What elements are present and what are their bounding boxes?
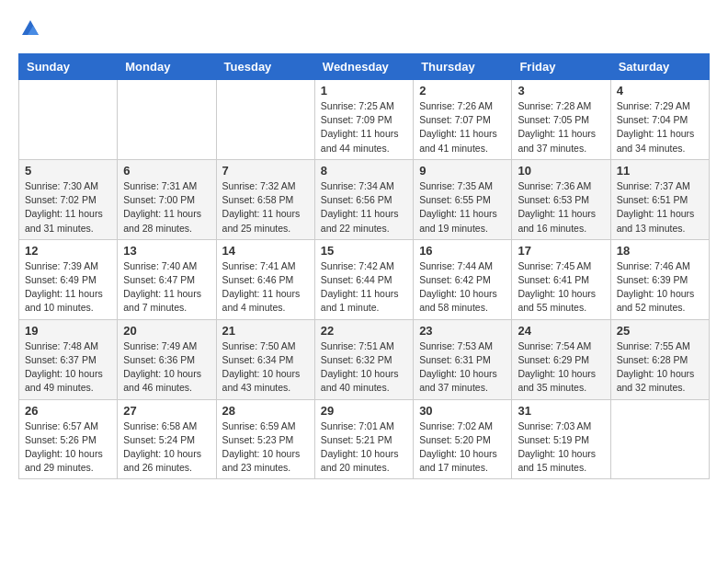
day-info: Sunrise: 7:26 AM Sunset: 7:07 PM Dayligh… xyxy=(419,99,506,155)
day-info: Sunrise: 7:31 AM Sunset: 7:00 PM Dayligh… xyxy=(123,179,210,236)
calendar-cell: 18Sunrise: 7:46 AM Sunset: 6:39 PM Dayli… xyxy=(610,239,709,319)
day-of-week-header: Tuesday xyxy=(216,54,314,80)
day-number: 17 xyxy=(518,244,604,258)
calendar-cell: 14Sunrise: 7:41 AM Sunset: 6:46 PM Dayli… xyxy=(216,239,314,319)
day-info: Sunrise: 7:45 AM Sunset: 6:41 PM Dayligh… xyxy=(518,259,604,316)
calendar-cell: 26Sunrise: 6:57 AM Sunset: 5:26 PM Dayli… xyxy=(19,399,118,479)
day-info: Sunrise: 6:59 AM Sunset: 5:23 PM Dayligh… xyxy=(222,419,309,476)
calendar-header-row: SundayMondayTuesdayWednesdayThursdayFrid… xyxy=(19,54,710,80)
day-of-week-header: Friday xyxy=(512,54,610,80)
day-info: Sunrise: 7:53 AM Sunset: 6:31 PM Dayligh… xyxy=(419,339,506,396)
calendar-cell: 17Sunrise: 7:45 AM Sunset: 6:41 PM Dayli… xyxy=(512,239,610,319)
day-info: Sunrise: 7:37 AM Sunset: 6:51 PM Dayligh… xyxy=(617,179,703,236)
day-number: 27 xyxy=(123,404,210,418)
calendar-cell xyxy=(610,399,709,479)
day-number: 28 xyxy=(222,404,309,418)
day-info: Sunrise: 7:44 AM Sunset: 6:42 PM Dayligh… xyxy=(419,259,506,316)
calendar-cell xyxy=(216,80,314,160)
day-number: 22 xyxy=(321,324,407,338)
day-number: 3 xyxy=(518,84,604,98)
day-info: Sunrise: 7:02 AM Sunset: 5:20 PM Dayligh… xyxy=(419,419,506,476)
day-info: Sunrise: 6:57 AM Sunset: 5:26 PM Dayligh… xyxy=(25,419,111,476)
calendar-cell: 29Sunrise: 7:01 AM Sunset: 5:21 PM Dayli… xyxy=(314,399,413,479)
calendar-cell: 19Sunrise: 7:48 AM Sunset: 6:37 PM Dayli… xyxy=(19,319,118,399)
calendar-cell: 11Sunrise: 7:37 AM Sunset: 6:51 PM Dayli… xyxy=(610,159,709,239)
calendar-cell: 16Sunrise: 7:44 AM Sunset: 6:42 PM Dayli… xyxy=(414,239,512,319)
day-info: Sunrise: 7:39 AM Sunset: 6:49 PM Dayligh… xyxy=(25,259,111,316)
day-number: 30 xyxy=(419,404,506,418)
calendar-cell: 27Sunrise: 6:58 AM Sunset: 5:24 PM Dayli… xyxy=(118,399,216,479)
calendar-cell: 13Sunrise: 7:40 AM Sunset: 6:47 PM Dayli… xyxy=(118,239,216,319)
calendar-week-row: 5Sunrise: 7:30 AM Sunset: 7:02 PM Daylig… xyxy=(19,159,710,239)
day-info: Sunrise: 7:42 AM Sunset: 6:44 PM Dayligh… xyxy=(321,259,407,316)
day-number: 14 xyxy=(222,244,309,258)
calendar-cell: 5Sunrise: 7:30 AM Sunset: 7:02 PM Daylig… xyxy=(19,159,118,239)
day-info: Sunrise: 7:01 AM Sunset: 5:21 PM Dayligh… xyxy=(321,419,407,476)
day-number: 11 xyxy=(617,164,703,178)
calendar-cell: 30Sunrise: 7:02 AM Sunset: 5:20 PM Dayli… xyxy=(414,399,512,479)
day-info: Sunrise: 7:32 AM Sunset: 6:58 PM Dayligh… xyxy=(222,179,309,236)
day-number: 23 xyxy=(419,324,506,338)
calendar-cell: 20Sunrise: 7:49 AM Sunset: 6:36 PM Dayli… xyxy=(118,319,216,399)
day-number: 21 xyxy=(222,324,309,338)
calendar-cell: 3Sunrise: 7:28 AM Sunset: 7:05 PM Daylig… xyxy=(512,80,610,160)
day-number: 15 xyxy=(321,244,407,258)
day-number: 2 xyxy=(419,84,506,98)
day-number: 9 xyxy=(419,164,506,178)
day-number: 12 xyxy=(25,244,111,258)
calendar-cell: 7Sunrise: 7:32 AM Sunset: 6:58 PM Daylig… xyxy=(216,159,314,239)
calendar-cell: 9Sunrise: 7:35 AM Sunset: 6:55 PM Daylig… xyxy=(414,159,512,239)
calendar-cell: 25Sunrise: 7:55 AM Sunset: 6:28 PM Dayli… xyxy=(610,319,709,399)
day-number: 20 xyxy=(123,324,210,338)
day-number: 5 xyxy=(25,164,111,178)
calendar-cell: 21Sunrise: 7:50 AM Sunset: 6:34 PM Dayli… xyxy=(216,319,314,399)
day-of-week-header: Saturday xyxy=(610,54,709,80)
day-of-week-header: Monday xyxy=(118,54,216,80)
day-info: Sunrise: 7:41 AM Sunset: 6:46 PM Dayligh… xyxy=(222,259,309,316)
day-number: 10 xyxy=(518,164,604,178)
calendar-week-row: 26Sunrise: 6:57 AM Sunset: 5:26 PM Dayli… xyxy=(19,399,710,479)
day-of-week-header: Sunday xyxy=(19,54,118,80)
calendar-cell: 23Sunrise: 7:53 AM Sunset: 6:31 PM Dayli… xyxy=(414,319,512,399)
day-info: Sunrise: 7:55 AM Sunset: 6:28 PM Dayligh… xyxy=(617,339,703,396)
logo-icon xyxy=(20,18,40,39)
day-info: Sunrise: 7:50 AM Sunset: 6:34 PM Dayligh… xyxy=(222,339,309,396)
day-info: Sunrise: 7:40 AM Sunset: 6:47 PM Dayligh… xyxy=(123,259,210,316)
day-number: 16 xyxy=(419,244,506,258)
day-info: Sunrise: 7:29 AM Sunset: 7:04 PM Dayligh… xyxy=(617,99,703,155)
calendar-cell: 4Sunrise: 7:29 AM Sunset: 7:04 PM Daylig… xyxy=(610,80,709,160)
day-number: 31 xyxy=(518,404,604,418)
day-number: 19 xyxy=(25,324,111,338)
day-number: 26 xyxy=(25,404,111,418)
day-number: 1 xyxy=(321,84,407,98)
day-info: Sunrise: 6:58 AM Sunset: 5:24 PM Dayligh… xyxy=(123,419,210,476)
day-number: 29 xyxy=(321,404,407,418)
day-number: 13 xyxy=(123,244,210,258)
calendar-cell: 2Sunrise: 7:26 AM Sunset: 7:07 PM Daylig… xyxy=(414,80,512,160)
day-number: 7 xyxy=(222,164,309,178)
day-info: Sunrise: 7:35 AM Sunset: 6:55 PM Dayligh… xyxy=(419,179,506,236)
day-info: Sunrise: 7:48 AM Sunset: 6:37 PM Dayligh… xyxy=(25,339,111,396)
day-number: 8 xyxy=(321,164,407,178)
calendar-cell xyxy=(118,80,216,160)
calendar-cell: 15Sunrise: 7:42 AM Sunset: 6:44 PM Dayli… xyxy=(314,239,413,319)
day-info: Sunrise: 7:54 AM Sunset: 6:29 PM Dayligh… xyxy=(518,339,604,396)
logo xyxy=(18,18,40,39)
day-info: Sunrise: 7:34 AM Sunset: 6:56 PM Dayligh… xyxy=(321,179,407,236)
day-number: 6 xyxy=(123,164,210,178)
calendar-cell: 1Sunrise: 7:25 AM Sunset: 7:09 PM Daylig… xyxy=(314,80,413,160)
calendar-cell: 24Sunrise: 7:54 AM Sunset: 6:29 PM Dayli… xyxy=(512,319,610,399)
calendar-cell: 12Sunrise: 7:39 AM Sunset: 6:49 PM Dayli… xyxy=(19,239,118,319)
day-of-week-header: Thursday xyxy=(414,54,512,80)
calendar-cell xyxy=(19,80,118,160)
day-info: Sunrise: 7:49 AM Sunset: 6:36 PM Dayligh… xyxy=(123,339,210,396)
page-header xyxy=(18,18,710,39)
calendar-table: SundayMondayTuesdayWednesdayThursdayFrid… xyxy=(18,53,710,479)
calendar-cell: 10Sunrise: 7:36 AM Sunset: 6:53 PM Dayli… xyxy=(512,159,610,239)
calendar-cell: 31Sunrise: 7:03 AM Sunset: 5:19 PM Dayli… xyxy=(512,399,610,479)
day-info: Sunrise: 7:51 AM Sunset: 6:32 PM Dayligh… xyxy=(321,339,407,396)
calendar-cell: 8Sunrise: 7:34 AM Sunset: 6:56 PM Daylig… xyxy=(314,159,413,239)
calendar-week-row: 12Sunrise: 7:39 AM Sunset: 6:49 PM Dayli… xyxy=(19,239,710,319)
day-info: Sunrise: 7:36 AM Sunset: 6:53 PM Dayligh… xyxy=(518,179,604,236)
calendar-week-row: 1Sunrise: 7:25 AM Sunset: 7:09 PM Daylig… xyxy=(19,80,710,160)
